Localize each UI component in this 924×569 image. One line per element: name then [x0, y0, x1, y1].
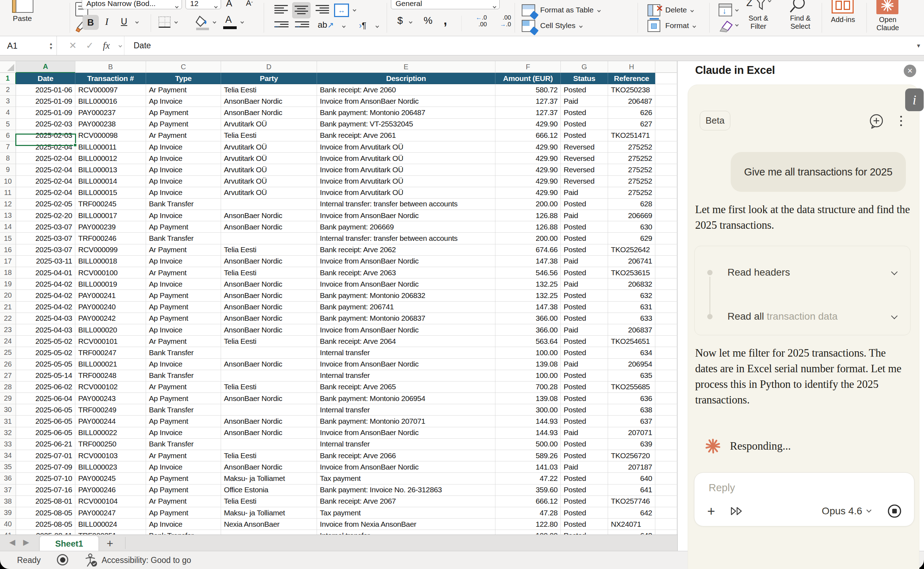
filler-cell[interactable]: [655, 382, 677, 393]
orientation-dropdown-icon[interactable]: [342, 24, 346, 28]
filler-cell[interactable]: [655, 267, 677, 278]
table-cell[interactable]: Internal transfer: transfer between acco…: [317, 199, 496, 210]
table-cell[interactable]: BILL000011: [75, 141, 146, 153]
table-cell[interactable]: Posted: [561, 336, 608, 347]
table-cell[interactable]: BILL000017: [75, 210, 146, 221]
paste-button[interactable]: Paste: [13, 14, 32, 23]
borders-icon[interactable]: [159, 16, 171, 28]
table-cell[interactable]: Bank Transfer: [146, 199, 221, 210]
fill-dropdown-icon[interactable]: [735, 8, 739, 12]
table-cell[interactable]: Reversed: [561, 153, 608, 164]
table-cell[interactable]: AnsonBaer Nordic: [221, 290, 317, 301]
row-number[interactable]: 4: [0, 107, 16, 118]
table-cell[interactable]: Reversed: [561, 176, 608, 187]
table-cell[interactable]: BILL000012: [75, 153, 146, 164]
row-number[interactable]: 37: [0, 484, 16, 496]
table-cell[interactable]: 2025-01-09: [16, 107, 75, 118]
row-number[interactable]: 32: [0, 427, 16, 439]
table-cell[interactable]: Bank payment: Invoice No. 26-312863: [317, 484, 496, 496]
table-cell[interactable]: 2025-05-02: [16, 347, 75, 358]
table-cell[interactable]: Ap Invoice: [146, 153, 221, 164]
table-cell[interactable]: Ap Payment: [146, 473, 221, 484]
insert-function-icon[interactable]: fx: [103, 40, 110, 51]
table-cell[interactable]: 2025-06-02: [16, 382, 75, 393]
table-cell[interactable]: Bank payment: 206669: [317, 221, 496, 233]
table-cell[interactable]: Bank Transfer: [146, 233, 221, 244]
table-cell[interactable]: 429.90: [496, 176, 561, 187]
table-cell[interactable]: Tax payment: [317, 473, 496, 484]
column-header-D[interactable]: D: [221, 61, 317, 73]
fx-dropdown-icon[interactable]: [119, 44, 122, 47]
table-cell[interactable]: 206954: [608, 359, 655, 370]
table-cell[interactable]: Posted: [561, 119, 608, 130]
table-cell[interactable]: BILL000021: [75, 359, 146, 370]
table-cell[interactable]: BILL000020: [75, 324, 146, 336]
text-direction-icon[interactable]: ›¶: [359, 21, 366, 30]
table-cell[interactable]: Invoice from AnsonBaer Nordic: [317, 427, 496, 439]
table-cell[interactable]: TRF000251: [75, 530, 146, 534]
table-cell[interactable]: Invoice from AnsonBaer Nordic: [317, 210, 496, 221]
filler-cell[interactable]: [655, 530, 677, 534]
sheet-tab[interactable]: Sheet1: [40, 536, 98, 551]
table-cell[interactable]: 2025-02-04: [16, 153, 75, 164]
table-cell[interactable]: 2025-03-07: [16, 233, 75, 244]
filler-cell[interactable]: [655, 301, 677, 313]
column-header-C[interactable]: C: [146, 61, 221, 73]
row-number[interactable]: 17: [0, 256, 16, 267]
table-cell[interactable]: 207071: [608, 427, 655, 439]
table-cell[interactable]: 641: [608, 484, 655, 496]
table-cell[interactable]: 589.26: [496, 450, 561, 461]
table-cell[interactable]: RCV000097: [75, 84, 146, 96]
table-cell[interactable]: Bank payment: Montonio 206837: [317, 313, 496, 324]
increase-indent-icon[interactable]: →: [295, 21, 309, 27]
table-cell[interactable]: AnsonBaer Nordic: [221, 221, 317, 233]
table-cell[interactable]: Ap Payment: [146, 313, 221, 324]
column-header-A[interactable]: A: [16, 61, 75, 73]
table-cell[interactable]: Posted: [561, 473, 608, 484]
table-cell[interactable]: TRF000245: [75, 199, 146, 210]
filler-cell[interactable]: [655, 256, 677, 267]
bold-button[interactable]: B: [82, 15, 99, 30]
table-cell[interactable]: Ap Invoice: [146, 278, 221, 290]
table-cell[interactable]: Internal transfer: [317, 530, 496, 534]
filler-cell[interactable]: [655, 496, 677, 507]
table-cell[interactable]: Invoice from Arvutitark OÜ: [317, 187, 496, 199]
table-cell[interactable]: 2025-06-04: [16, 393, 75, 404]
align-center-icon[interactable]: [292, 2, 311, 18]
table-cell[interactable]: 429.90: [496, 153, 561, 164]
table-cell[interactable]: 2025-04-02: [16, 290, 75, 301]
filler-cell[interactable]: [655, 507, 677, 519]
table-cell[interactable]: 636: [608, 393, 655, 404]
select-all-corner[interactable]: [0, 61, 16, 73]
table-cell[interactable]: Ap Payment: [146, 393, 221, 404]
table-cell[interactable]: AnsonBaer Nordic: [221, 461, 317, 473]
table-cell[interactable]: PAY000237: [75, 107, 146, 118]
table-cell[interactable]: Invoice from Arvutitark OÜ: [317, 141, 496, 153]
table-cell[interactable]: Paid: [561, 427, 608, 439]
table-cell[interactable]: Telia Eesti: [221, 450, 317, 461]
table-cell[interactable]: Office Estonia: [221, 484, 317, 496]
table-cell[interactable]: Ap Payment: [146, 290, 221, 301]
table-cell[interactable]: TRF000250: [75, 439, 146, 450]
table-cell[interactable]: Bank receipt: Arve 2064: [317, 336, 496, 347]
table-cell[interactable]: Posted: [561, 415, 608, 427]
row-number[interactable]: 27: [0, 370, 16, 382]
filler-cell[interactable]: [655, 96, 677, 107]
filler-cell[interactable]: [655, 141, 677, 153]
row-number[interactable]: 38: [0, 496, 16, 507]
table-cell[interactable]: [221, 439, 317, 450]
table-cell[interactable]: [221, 404, 317, 415]
table-cell[interactable]: 2025-02-03: [16, 119, 75, 130]
table-cell[interactable]: 635: [608, 370, 655, 382]
table-cell[interactable]: TKO251471: [608, 130, 655, 141]
filler-cell[interactable]: [655, 324, 677, 336]
table-cell[interactable]: Internal transfer: [317, 404, 496, 415]
filler-cell[interactable]: [655, 404, 677, 415]
table-cell[interactable]: 206741: [608, 256, 655, 267]
attach-plus-icon[interactable]: +: [707, 504, 715, 518]
font-color-icon[interactable]: A: [225, 14, 232, 25]
table-cell[interactable]: 628: [608, 199, 655, 210]
table-cell[interactable]: Paid: [561, 187, 608, 199]
table-cell[interactable]: AnsonBaer Nordic: [221, 301, 317, 313]
table-cell[interactable]: 206669: [608, 210, 655, 221]
